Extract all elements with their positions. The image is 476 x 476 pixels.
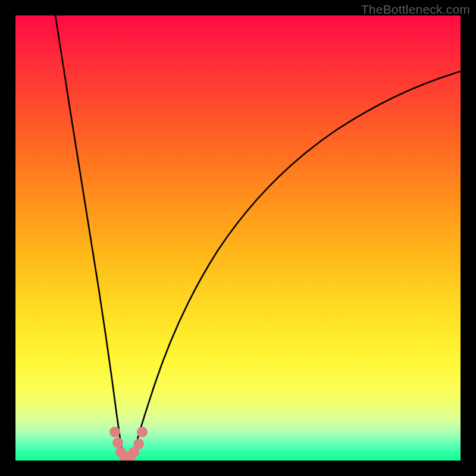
curve-layer xyxy=(15,15,461,461)
curve-left-branch xyxy=(55,15,125,459)
trough-markers xyxy=(109,427,148,461)
curve-right-branch xyxy=(132,71,461,459)
svg-point-1 xyxy=(112,437,123,448)
chart-frame: TheBottleneck.com xyxy=(0,0,476,476)
watermark-text: TheBottleneck.com xyxy=(361,2,470,17)
svg-point-7 xyxy=(137,427,148,437)
plot-area xyxy=(15,15,461,461)
svg-point-6 xyxy=(133,439,144,449)
svg-point-0 xyxy=(109,427,120,437)
